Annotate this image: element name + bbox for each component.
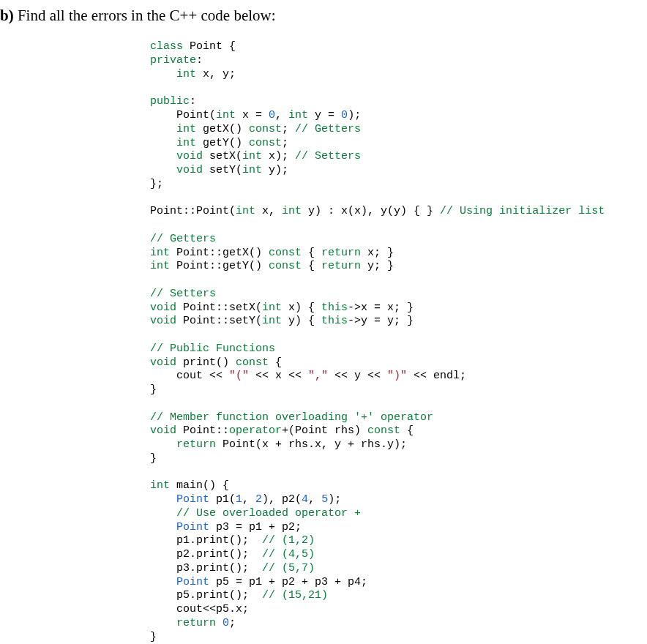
code-token: Point::setY(: [176, 315, 262, 327]
code-token: [150, 617, 176, 629]
code-token: [150, 521, 176, 533]
code-token: return: [321, 247, 361, 259]
code-token: 4: [302, 493, 308, 506]
code-token: x =: [236, 109, 269, 121]
code-token: // Member function overloading '+' opera…: [150, 411, 433, 424]
code-token: // Public Functions: [150, 342, 275, 355]
code-token: ;: [282, 137, 288, 149]
code-token: Point::getX(): [170, 247, 269, 259]
code-token: int: [242, 150, 262, 162]
code-token: int: [150, 260, 170, 272]
code-token: Point: [176, 576, 209, 588]
question-prompt: b) Find all the errors in the C++ code b…: [0, 6, 647, 26]
code-token: [150, 68, 176, 80]
code-token: private: [150, 54, 196, 67]
code-token: void: [176, 150, 203, 162]
code-token: ,: [275, 109, 288, 121]
code-token: y) {: [282, 315, 321, 327]
code-token: Point::setX(: [176, 302, 262, 314]
code-token: x, y;: [196, 68, 236, 80]
code-token: const: [367, 424, 400, 437]
code-token: );: [328, 493, 341, 506]
code-token: Point: [176, 493, 209, 506]
code-token: "(": [229, 370, 249, 382]
code-token: x);: [262, 150, 295, 162]
code-token: }: [150, 383, 157, 396]
code-token: main() {: [170, 479, 229, 492]
code-token: int: [216, 109, 236, 121]
code-token: // Using initializer list: [440, 205, 605, 217]
code-token: y) : x(x), y(y) { }: [302, 205, 440, 217]
code-token: ")": [387, 370, 407, 382]
code-token: y);: [262, 164, 288, 176]
code-token: int: [176, 137, 196, 149]
question-text: Find all the errors in the C++ code belo…: [14, 7, 276, 24]
code-token: // (15,21): [262, 589, 328, 602]
code-token: << y <<: [328, 370, 387, 382]
code-token: p5 = p1 + p2 + p3 + p4;: [209, 576, 367, 588]
code-token: // (4,5): [262, 548, 315, 561]
question-label: b): [0, 7, 14, 24]
code-token: Point::Point(: [150, 205, 236, 217]
code-token: 5: [321, 493, 328, 506]
code-block: class Point { private: int x, y; public:…: [150, 40, 647, 644]
code-token: int: [236, 205, 255, 217]
code-token: [216, 617, 222, 629]
code-token: 0: [222, 617, 229, 629]
code-token: this: [321, 302, 348, 314]
code-token: [150, 164, 176, 176]
code-token: {: [302, 247, 321, 259]
code-token: class: [150, 40, 183, 53]
code-token: Point::: [176, 424, 229, 437]
code-token: ,: [308, 493, 321, 506]
code-token: {: [269, 356, 282, 369]
code-token: void: [176, 164, 203, 176]
code-token: // (1,2): [262, 534, 315, 547]
code-token: void: [150, 424, 176, 437]
code-token: int: [288, 109, 308, 121]
code-token: setX(: [203, 150, 242, 162]
code-token: p1.print();: [150, 534, 262, 547]
code-token: [150, 123, 176, 135]
code-token: Point(: [150, 109, 216, 121]
code-token: Point(x + rhs.x, y + rhs.y);: [216, 438, 407, 451]
code-token: 0: [341, 109, 348, 121]
code-token: const: [236, 356, 269, 369]
code-token: Point::getY(): [170, 260, 269, 272]
code-token: public: [150, 95, 190, 108]
code-token: void: [150, 356, 176, 369]
code-token: :: [190, 95, 196, 108]
page: b) Find all the errors in the C++ code b…: [0, 0, 647, 644]
code-token: Point {: [183, 40, 236, 53]
code-token: this: [321, 315, 348, 327]
code-token: :: [196, 54, 203, 67]
code-token: {: [302, 260, 321, 272]
code-token: x; }: [361, 247, 394, 259]
code-token: y =: [308, 109, 341, 121]
code-token: cout<<p5.x;: [150, 603, 249, 615]
code-token: int: [176, 123, 196, 135]
code-token: cout <<: [150, 370, 229, 382]
code-token: // Setters: [295, 150, 361, 162]
code-token: ;: [282, 123, 295, 135]
code-token: return: [321, 260, 361, 272]
code-token: return: [176, 617, 216, 629]
code-token: << x <<: [249, 370, 308, 382]
code-token: int: [262, 302, 282, 314]
code-token: p2.print();: [150, 548, 262, 561]
code-token: int: [262, 315, 282, 327]
code-token: ->y = y; }: [348, 315, 414, 327]
code-token: // Getters: [295, 123, 361, 135]
code-token: const: [269, 247, 302, 259]
code-token: p3.print();: [150, 562, 262, 574]
code-token: int: [150, 247, 170, 259]
code-token: const: [249, 137, 282, 149]
code-token: // Use overloaded operator +: [176, 507, 361, 520]
code-token: getY(): [196, 137, 249, 149]
code-token: ",": [308, 370, 328, 382]
code-token: 0: [269, 109, 275, 121]
code-token: // Getters: [150, 233, 216, 245]
code-token: int: [282, 205, 302, 217]
code-token: };: [150, 178, 163, 190]
code-token: [150, 576, 176, 588]
